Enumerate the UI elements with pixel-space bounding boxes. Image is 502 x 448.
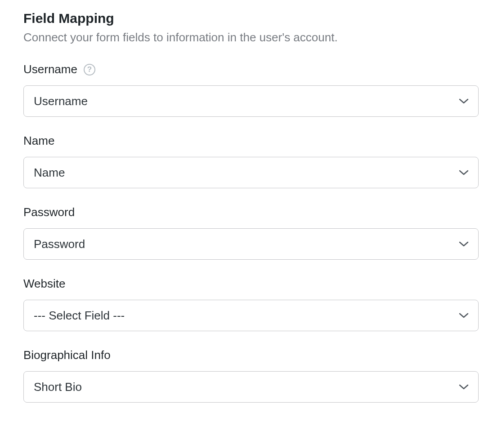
field-group-bio: Biographical Info Short Bio	[23, 348, 479, 403]
field-group-username: Username ? Username	[23, 62, 479, 117]
field-label-row: Username ?	[23, 62, 479, 76]
select-wrap-website: --- Select Field ---	[23, 300, 479, 331]
field-label-row: Name	[23, 134, 479, 148]
name-select[interactable]: Name	[23, 157, 479, 188]
field-label-bio: Biographical Info	[23, 348, 111, 362]
select-wrap-password: Password	[23, 228, 479, 260]
select-wrap-bio: Short Bio	[23, 371, 479, 403]
section-description: Connect your form fields to information …	[23, 31, 479, 44]
website-select[interactable]: --- Select Field ---	[23, 300, 479, 331]
field-group-website: Website --- Select Field ---	[23, 277, 479, 331]
field-group-name: Name Name	[23, 134, 479, 188]
field-label-website: Website	[23, 277, 65, 291]
help-icon[interactable]: ?	[84, 64, 95, 75]
field-label-name: Name	[23, 134, 54, 148]
password-select[interactable]: Password	[23, 228, 479, 260]
select-wrap-username: Username	[23, 85, 479, 117]
bio-select[interactable]: Short Bio	[23, 371, 479, 403]
field-label-password: Password	[23, 205, 75, 219]
field-label-row: Website	[23, 277, 479, 291]
section-title: Field Mapping	[23, 11, 479, 26]
field-label-row: Password	[23, 205, 479, 219]
select-wrap-name: Name	[23, 157, 479, 188]
field-label-row: Biographical Info	[23, 348, 479, 362]
username-select[interactable]: Username	[23, 85, 479, 117]
field-label-username: Username	[23, 62, 77, 76]
field-group-password: Password Password	[23, 205, 479, 260]
